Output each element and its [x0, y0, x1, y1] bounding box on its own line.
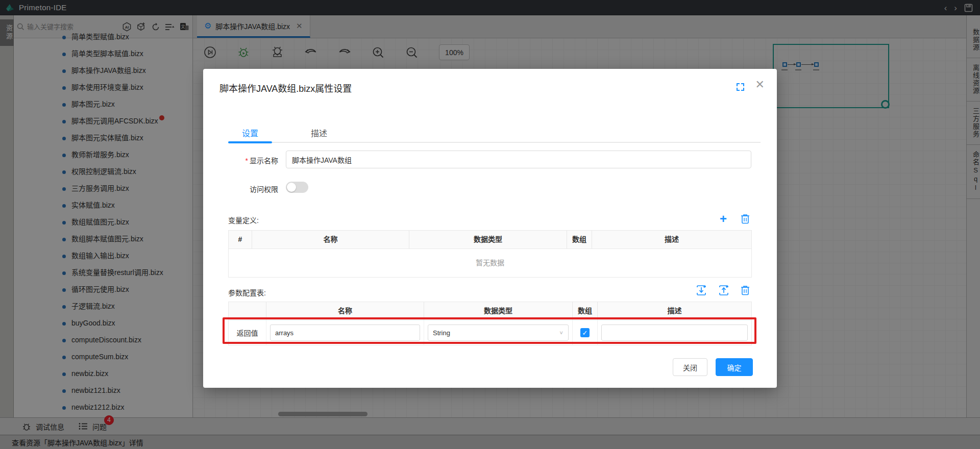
col-index: # [229, 231, 252, 248]
col-name: 名称 [266, 302, 424, 320]
display-name-input[interactable] [286, 151, 751, 168]
col-array: 数组 [567, 231, 592, 248]
chevron-down-icon: ∨ [559, 330, 564, 335]
fullscreen-icon[interactable] [737, 83, 744, 91]
parameter-table: 名称 数据类型 数组 描述 返回值 String ∨ ✓ [228, 302, 752, 345]
param-desc-input[interactable] [601, 325, 748, 341]
col-name: 名称 [252, 231, 409, 248]
col-datatype: 数据类型 [409, 231, 567, 248]
display-name-label: *显示名称 [222, 155, 278, 165]
properties-dialog: 脚本操作JAVA数组.bizx属性设置 ✕ 设置 描述 *显示名称 访问权限 变… [203, 69, 777, 388]
primeton-ide-window: Primeton-IDE ‹ › 资源 AI [0, 0, 980, 449]
import-params-icon[interactable] [695, 284, 707, 296]
col-datatype: 数据类型 [424, 302, 573, 320]
tabs-divider [228, 142, 761, 143]
close-button[interactable]: 关闭 [673, 358, 707, 376]
array-checkbox[interactable]: ✓ [580, 328, 590, 337]
active-tab-indicator [228, 141, 272, 143]
variable-section-label: 变量定义: [228, 215, 259, 225]
param-type-value: String [433, 329, 450, 337]
col-blank [229, 302, 266, 320]
param-name-input[interactable] [270, 325, 420, 341]
toggle-knob [287, 183, 296, 192]
param-section-label: 参数配置表: [228, 287, 266, 297]
parameter-table-header: 名称 数据类型 数组 描述 [229, 302, 751, 320]
required-asterisk: * [246, 157, 248, 165]
delete-param-icon[interactable] [740, 285, 750, 296]
empty-data-text: 暂无数据 [229, 249, 751, 277]
return-value-label: 返回值 [237, 328, 258, 338]
variable-table: # 名称 数据类型 数组 描述 暂无数据 [228, 230, 752, 278]
param-type-select[interactable]: String ∨ [428, 325, 569, 341]
col-desc: 描述 [592, 231, 751, 248]
parameter-row-return-value: 返回值 String ∨ ✓ [229, 320, 751, 345]
variable-table-header: # 名称 数据类型 数组 描述 [229, 231, 751, 249]
col-array: 数组 [573, 302, 598, 320]
add-variable-icon[interactable]: + [720, 213, 727, 225]
access-permission-label: 访问权限 [222, 184, 278, 194]
dialog-title: 脚本操作JAVA数组.bizx属性设置 [219, 81, 352, 94]
delete-variable-icon[interactable] [740, 213, 750, 224]
export-params-icon[interactable] [718, 284, 730, 296]
access-permission-toggle[interactable] [286, 182, 308, 193]
dialog-footer: 关闭 确定 [673, 358, 753, 376]
dialog-close-icon[interactable]: ✕ [755, 79, 765, 90]
tab-description[interactable]: 描述 [297, 127, 341, 146]
col-desc: 描述 [598, 302, 751, 320]
ok-button[interactable]: 确定 [716, 358, 753, 376]
